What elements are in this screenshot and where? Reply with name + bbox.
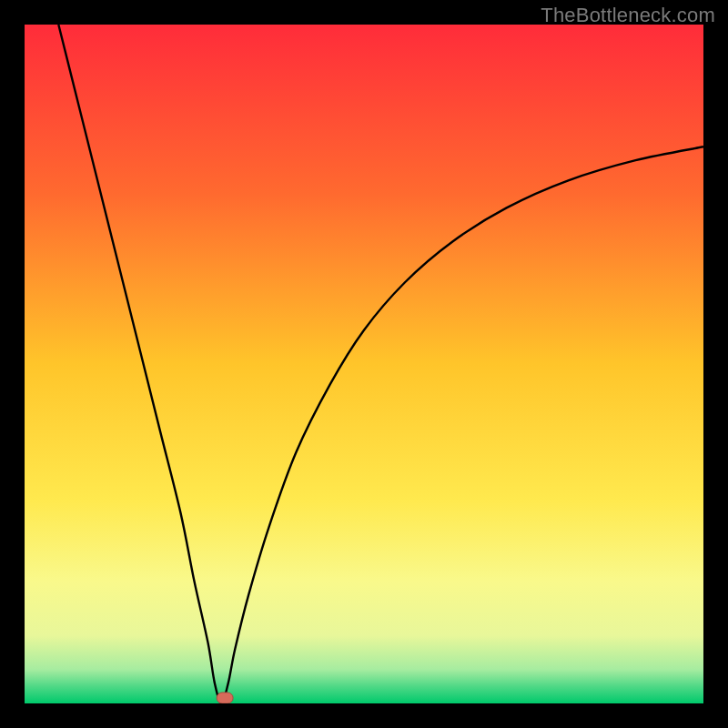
plot-area [25,25,703,703]
minimum-marker [217,693,233,703]
outer-frame: TheBottleneck.com [0,0,728,728]
bottleneck-chart [25,25,703,703]
gradient-background [25,25,703,703]
